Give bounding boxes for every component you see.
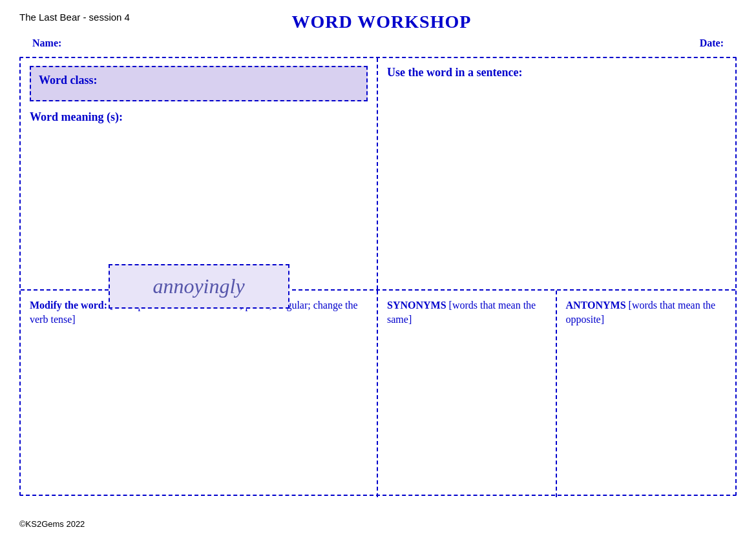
synonyms-label: SYNONYMS [words that mean the same]	[387, 298, 547, 327]
copyright-text: ©KS2Gems 2022	[19, 519, 85, 529]
word-class-label: Word class:	[39, 74, 98, 87]
top-section: Word class: Word meaning (s): annoyingly…	[21, 58, 735, 291]
center-word: annoyingly	[152, 274, 244, 298]
footer: ©KS2Gems 2022	[19, 519, 85, 529]
antonyms-bold: ANTONYMS	[566, 300, 626, 311]
page: The Last Bear - session 4 WORD WORKSHOP …	[0, 0, 756, 534]
modify-col: Modify the word: [add a prefix or a suff…	[21, 291, 378, 497]
date-label: Date:	[700, 37, 724, 49]
name-label: Name:	[32, 37, 61, 49]
header-row: The Last Bear - session 4 WORD WORKSHOP	[19, 12, 737, 32]
center-word-box: annoyingly	[109, 264, 289, 309]
synonyms-col: SYNONYMS [words that mean the same]	[378, 291, 557, 497]
word-class-box: Word class:	[30, 66, 368, 101]
modify-bold: Modify the word:	[30, 300, 107, 311]
main-title: WORD WORKSHOP	[130, 12, 633, 32]
word-meaning-label: Word meaning (s):	[30, 110, 368, 124]
antonyms-col: ANTONYMS [words that mean the opposite]	[557, 291, 736, 497]
session-label: The Last Bear - session 4	[19, 12, 130, 23]
use-sentence-label: Use the word in a sentence:	[387, 66, 726, 79]
main-table: Word class: Word meaning (s): annoyingly…	[19, 57, 737, 496]
left-panel: Word class: Word meaning (s): annoyingly	[21, 58, 378, 289]
right-panel: Use the word in a sentence:	[378, 58, 735, 289]
name-date-row: Name: Date:	[19, 37, 737, 49]
bottom-section: Modify the word: [add a prefix or a suff…	[21, 291, 735, 497]
antonyms-label: ANTONYMS [words that mean the opposite]	[566, 298, 727, 327]
synonyms-bold: SYNONYMS	[387, 300, 446, 311]
